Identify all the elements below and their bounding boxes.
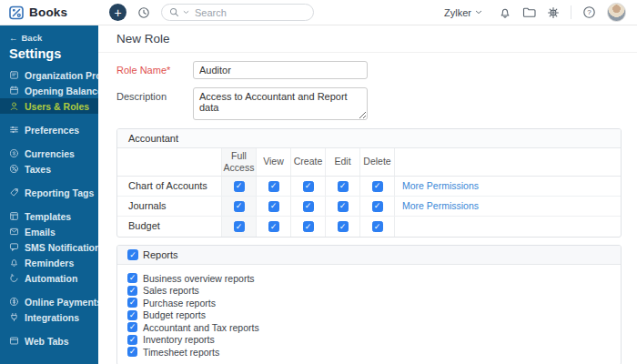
report-label: Timesheet reports: [143, 347, 219, 358]
column-header-view: View: [256, 148, 290, 176]
role-name-input[interactable]: [193, 61, 368, 79]
column-header-delete: Delete: [359, 148, 394, 176]
main-content: New Role Role Name* Description Access t…: [98, 25, 637, 364]
sidebar-item-currencies[interactable]: Currencies: [0, 146, 98, 161]
sliders-icon: [9, 125, 19, 135]
report-checkbox[interactable]: [127, 335, 137, 345]
edit-checkbox[interactable]: [338, 201, 349, 212]
description-label: Description: [116, 87, 193, 120]
plug-icon: [9, 312, 19, 322]
row-label: Budget: [117, 217, 221, 237]
quick-create-button[interactable]: +: [109, 4, 126, 21]
empty-header-cell: [394, 148, 621, 176]
reports-checkbox[interactable]: [127, 249, 138, 260]
permissions-table-title: Accountant: [117, 129, 621, 148]
reports-section: Reports Business overview reports Sales …: [116, 245, 622, 364]
back-link[interactable]: ← Back: [0, 31, 98, 44]
description-input[interactable]: Access to Accountant and Report data: [193, 87, 368, 120]
delete-checkbox[interactable]: [372, 201, 383, 212]
delete-checkbox[interactable]: [372, 181, 383, 192]
view-checkbox[interactable]: [268, 221, 279, 232]
user-avatar[interactable]: [607, 3, 626, 22]
page-title: New Role: [98, 25, 637, 53]
report-checkbox[interactable]: [127, 310, 137, 320]
sidebar-item-taxes[interactable]: Taxes: [0, 161, 98, 177]
org-switcher[interactable]: Zylker: [439, 6, 488, 19]
report-checkbox[interactable]: [127, 298, 137, 308]
edit-checkbox[interactable]: [338, 221, 349, 232]
sidebar-item-label: Integrations: [25, 312, 79, 323]
table-row-chart-of-accounts: Chart of Accounts More Permissions: [117, 177, 621, 197]
edit-checkbox[interactable]: [338, 181, 349, 192]
report-checkbox[interactable]: [127, 273, 137, 283]
sidebar-item-templates[interactable]: Templates: [0, 208, 98, 224]
full-access-checkbox[interactable]: [234, 181, 245, 192]
report-item-timesheet: Timesheet reports: [127, 346, 621, 359]
sidebar-item-reminders[interactable]: Reminders: [0, 255, 98, 270]
full-access-checkbox[interactable]: [234, 221, 245, 232]
sidebar-item-opening-balances[interactable]: Opening Balances: [0, 83, 98, 98]
folder-icon[interactable]: [522, 6, 536, 18]
sidebar-item-label: Organization Profile: [25, 70, 98, 81]
more-permissions-link[interactable]: More Permissions: [402, 180, 479, 192]
create-checkbox[interactable]: [303, 181, 314, 192]
more-permissions-link[interactable]: More Permissions: [402, 200, 479, 212]
permissions-table-column-headers: Full Access View Create Edit Delete: [117, 148, 621, 177]
create-checkbox[interactable]: [303, 221, 314, 232]
sidebar-item-automation[interactable]: Automation: [0, 270, 98, 286]
refresh-icon: [9, 273, 19, 283]
tag-icon: [9, 187, 19, 197]
report-label: Purchase reports: [143, 298, 216, 308]
sidebar-item-label: Web Tabs: [25, 336, 69, 347]
sidebar-item-reporting-tags[interactable]: Reporting Tags: [0, 185, 98, 200]
report-checkbox[interactable]: [127, 322, 137, 332]
sidebar-item-emails[interactable]: Emails: [0, 224, 98, 239]
report-checkbox[interactable]: [127, 286, 137, 296]
percent-icon: [9, 164, 19, 174]
help-icon[interactable]: ?: [582, 5, 596, 19]
zoho-books-logo-icon: [9, 5, 25, 20]
description-row: Description Access to Accountant and Rep…: [116, 87, 637, 120]
history-icon[interactable]: [137, 6, 150, 19]
report-checkbox[interactable]: [127, 347, 137, 357]
report-item-budget: Budget reports: [127, 309, 621, 322]
view-checkbox[interactable]: [268, 181, 279, 192]
sidebar-item-online-payments[interactable]: Online Payments: [0, 294, 98, 309]
column-header-full-access: Full Access: [221, 148, 256, 176]
sidebar-item-label: SMS Notifications: [25, 242, 98, 253]
gear-icon[interactable]: [547, 6, 560, 19]
search-category-chevron-icon[interactable]: [183, 10, 189, 15]
column-header-create: Create: [290, 148, 325, 176]
sidebar-item-label: Preferences: [25, 125, 79, 136]
search-input[interactable]: [193, 6, 306, 19]
sidebar-item-users-roles[interactable]: Users & Roles: [0, 98, 98, 114]
delete-checkbox[interactable]: [372, 221, 383, 232]
bell-icon[interactable]: [499, 6, 511, 19]
topbar-right: Zylker: [439, 3, 626, 22]
dollar-icon: [9, 297, 19, 307]
chat-icon: [9, 242, 19, 252]
sidebar-item-label: Emails: [25, 227, 56, 238]
row-label: Chart of Accounts: [117, 177, 221, 196]
back-label: Back: [22, 33, 43, 43]
accountant-permissions-table: Accountant Full Access View Create Edit …: [116, 128, 622, 238]
create-checkbox[interactable]: [303, 201, 314, 212]
sidebar-item-label: Online Payments: [25, 297, 98, 308]
global-search[interactable]: [161, 4, 314, 21]
settings-sidebar: ← Back Settings Organization Profile Ope…: [0, 25, 98, 364]
report-item-sales: Sales reports: [127, 285, 621, 298]
report-label: Inventory reports: [143, 334, 215, 345]
sidebar-item-sms-notifications[interactable]: SMS Notifications: [0, 239, 98, 255]
full-access-checkbox[interactable]: [234, 201, 245, 212]
sidebar-item-organization-profile[interactable]: Organization Profile: [0, 67, 98, 83]
sidebar-item-preferences[interactable]: Preferences: [0, 122, 98, 137]
mail-icon: [9, 227, 19, 237]
sidebar-item-integrations[interactable]: Integrations: [0, 309, 98, 325]
sidebar-item-label: Reporting Tags: [25, 187, 94, 198]
app-logo[interactable]: Books: [0, 0, 98, 25]
table-row-budget: Budget: [117, 217, 621, 237]
topbar-divider: [571, 5, 571, 19]
sidebar-item-web-tabs[interactable]: Web Tabs: [0, 333, 98, 349]
reports-title: Reports: [143, 249, 178, 260]
view-checkbox[interactable]: [268, 201, 279, 212]
